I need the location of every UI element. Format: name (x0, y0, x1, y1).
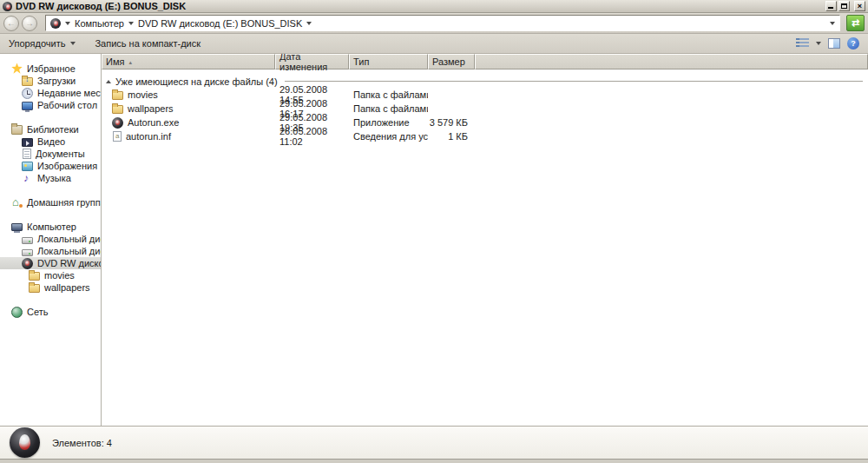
drive-icon (22, 237, 33, 244)
drive-icon (22, 249, 33, 256)
column-header-size[interactable]: Размер (428, 54, 475, 69)
file-size: 3 579 КБ (428, 117, 475, 128)
chevron-down-icon[interactable] (128, 22, 134, 25)
restore-icon (841, 3, 847, 9)
group-divider (285, 81, 863, 82)
chevron-down-icon (70, 42, 76, 45)
chevron-down-icon[interactable] (65, 22, 70, 25)
column-headers: Имя ▴ Дата изменения Тип Размер (102, 54, 868, 69)
collapse-group-icon[interactable] (106, 80, 111, 83)
file-group-header[interactable]: Уже имеющиеся на диске файлы (4) (102, 75, 868, 88)
organize-label: Упорядочить (9, 38, 65, 49)
sidebar-item-label: Локальный диск (D:) (37, 246, 102, 256)
address-bar[interactable]: Компьютер DVD RW дисковод (E:) BONUS_DIS… (45, 15, 840, 31)
video-icon (22, 138, 33, 147)
window-controls: × (825, 1, 865, 11)
explorer-window: DVD RW дисковод (E:) BONUS_DISK × ← → Ко… (0, 0, 868, 463)
sidebar-item-label: Музыка (37, 173, 71, 183)
computer-icon (11, 223, 23, 231)
sidebar-item[interactable]: DVD RW дисковод (E (0, 257, 101, 269)
sidebar-item[interactable]: Недавние места (0, 87, 101, 99)
file-row[interactable]: movies29.05.2008 14:55Папка с файлами (102, 88, 868, 102)
sidebar-item-label: movies (44, 270, 75, 281)
file-name: Autorun.exe (128, 117, 179, 128)
status-bar: Элементов: 4 (0, 426, 868, 459)
sidebar-item-label: Компьютер (27, 222, 76, 232)
disc-icon (22, 258, 33, 269)
column-header-date[interactable]: Дата изменения (275, 54, 349, 69)
sidebar-item[interactable]: Рабочий стол (0, 99, 101, 111)
picture-icon (22, 162, 33, 171)
sidebar-item-label: Избранное (27, 63, 76, 74)
sidebar-item-label: Домашняя группа (27, 197, 102, 208)
refresh-button[interactable]: ⇄ (846, 15, 865, 31)
sidebar-item-label: Сеть (27, 307, 48, 317)
file-name: wallpapers (128, 103, 174, 114)
minimize-button[interactable] (825, 1, 837, 11)
sidebar-item[interactable]: Локальный диск (D:) (0, 245, 101, 257)
main-area: ИзбранноеЗагрузкиНедавние местаРабочий с… (0, 54, 868, 426)
sidebar-item-label: Загрузки (37, 76, 76, 86)
items-count: Элементов: 4 (52, 438, 112, 448)
sidebar-item[interactable]: Музыка (0, 172, 101, 184)
burn-label: Запись на компакт-диск (95, 38, 201, 49)
sidebar-item[interactable]: Сеть (0, 306, 101, 318)
chevron-down-icon[interactable] (306, 22, 312, 25)
views-icon[interactable] (796, 38, 809, 49)
sidebar-item-label: Рабочий стол (37, 100, 97, 110)
sidebar-item[interactable]: Избранное (0, 63, 101, 75)
sidebar-item[interactable]: Документы (0, 148, 101, 160)
close-button[interactable]: × (854, 1, 865, 11)
file-row[interactable]: wallpapers29.05.2008 16:17Папка с файлам… (102, 102, 868, 116)
breadcrumb-current[interactable]: DVD RW дисковод (E:) BONUS_DISK (138, 18, 302, 29)
preview-pane-icon[interactable] (828, 38, 840, 49)
group-label: Уже имеющиеся на диске файлы (4) (115, 76, 278, 87)
sidebar-item-label: DVD RW дисковод (E (37, 258, 102, 268)
sidebar-item-label: Изображения (37, 161, 97, 171)
sidebar-item[interactable]: Изображения (0, 160, 101, 172)
sidebar-item-label: Недавние места (37, 88, 102, 98)
organize-button[interactable]: Упорядочить (9, 38, 76, 49)
views-dropdown-icon[interactable] (816, 42, 821, 45)
sidebar-item[interactable]: Домашняя группа (0, 196, 101, 208)
sidebar-item[interactable]: movies (0, 269, 101, 281)
sidebar-item-label: Библиотеки (27, 124, 79, 135)
file-name-cell: movies (102, 89, 275, 100)
column-header-type[interactable]: Тип (349, 54, 428, 69)
sidebar-item[interactable]: Локальный диск (C:) (0, 233, 101, 245)
file-row[interactable]: Autorun.exe29.05.2008 19:35Приложение3 5… (102, 116, 868, 129)
forward-button[interactable]: → (22, 16, 37, 31)
folder-icon (112, 105, 123, 114)
window-bottom-frame (0, 459, 868, 463)
disc-icon (112, 117, 123, 129)
command-bar-right: ? (796, 37, 859, 50)
file-row[interactable]: autorun.inf26.05.2008 11:02Сведения для … (102, 129, 868, 143)
file-type: Папка с файлами (349, 89, 428, 100)
sidebar-item[interactable]: Компьютер (0, 221, 101, 233)
sidebar-item[interactable]: Библиотеки (0, 123, 101, 136)
restore-button[interactable] (838, 1, 850, 11)
address-dropdown-icon[interactable] (830, 22, 835, 25)
file-date: 26.05.2008 11:02 (275, 126, 349, 147)
sidebar-item-label: Видео (37, 136, 65, 147)
folder-icon (29, 284, 40, 293)
folder-icon (29, 272, 40, 281)
window-title: DVD RW дисковод (E:) BONUS_DISK (16, 1, 186, 11)
back-button[interactable]: ← (3, 16, 19, 31)
sidebar-item[interactable]: wallpapers (0, 281, 101, 294)
column-label: Имя (106, 56, 124, 67)
burn-disc-button[interactable]: Запись на компакт-диск (95, 38, 201, 49)
file-name-cell: Autorun.exe (102, 117, 275, 129)
sidebar-item[interactable]: Загрузки (0, 75, 101, 87)
help-icon[interactable]: ? (847, 37, 859, 50)
sidebar-item[interactable]: Видео (0, 136, 101, 148)
music-icon (22, 173, 33, 184)
breadcrumb-computer[interactable]: Компьютер (75, 18, 124, 29)
disc-thumbnail-icon (10, 427, 40, 458)
column-header-name[interactable]: Имя ▴ (102, 54, 275, 69)
file-type: Приложение (349, 117, 428, 128)
command-bar: Упорядочить Запись на компакт-диск ? (0, 34, 868, 54)
file-size: 1 КБ (428, 131, 475, 142)
navigation-bar: ← → Компьютер DVD RW дисковод (E:) BONUS… (0, 13, 868, 34)
file-list-pane: Имя ▴ Дата изменения Тип Размер Уже имею… (102, 54, 868, 426)
